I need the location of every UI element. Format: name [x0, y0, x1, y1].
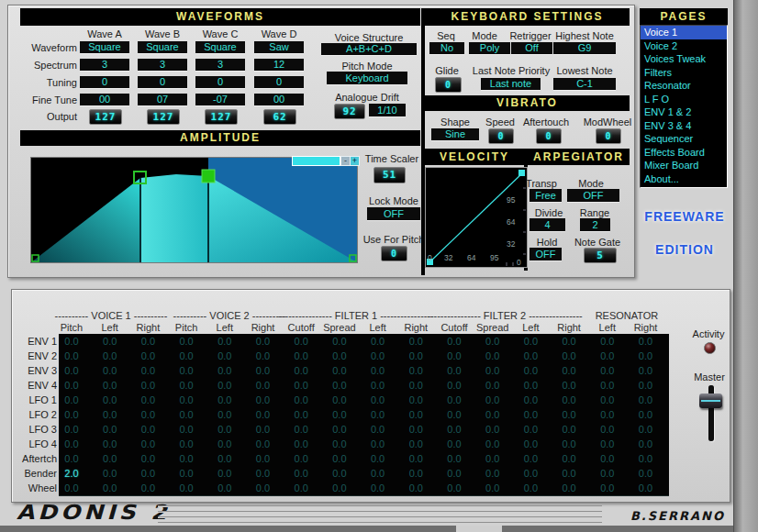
- wave-b-spectrum-select[interactable]: 3: [138, 59, 187, 71]
- analogue-drift-led[interactable]: 92: [334, 104, 365, 119]
- matrix-cell-env-1-c9[interactable]: 0.0: [396, 334, 435, 349]
- matrix-cell-env-1-c3[interactable]: 0.0: [167, 334, 206, 349]
- matrix-cell-lfo-4-c10[interactable]: 0.0: [435, 437, 474, 451]
- lowest-note-select[interactable]: C-1: [553, 78, 616, 90]
- matrix-cell-aftertch-c13[interactable]: 0.0: [550, 451, 588, 466]
- matrix-cell-lfo-3-c14[interactable]: 0.0: [588, 422, 627, 437]
- matrix-cell-lfo-1-c3[interactable]: 0.0: [167, 393, 206, 407]
- wave-a-output-led[interactable]: 127: [89, 109, 122, 125]
- use-for-pitch-toggle[interactable]: 0: [381, 246, 407, 261]
- page-item-mixer-board[interactable]: Mixer Board: [641, 159, 727, 172]
- matrix-cell-lfo-1-c13[interactable]: 0.0: [550, 393, 588, 407]
- matrix-cell-lfo-2-c3[interactable]: 0.0: [167, 407, 206, 422]
- matrix-cell-lfo-2-c13[interactable]: 0.0: [550, 407, 588, 422]
- divide-select[interactable]: 4: [529, 218, 565, 231]
- matrix-cell-lfo-3-c15[interactable]: 0.0: [627, 422, 665, 437]
- wave-b-fine-tune-select[interactable]: 07: [138, 94, 187, 105]
- matrix-cell-env-3-c12[interactable]: 0.0: [511, 363, 550, 378]
- matrix-cell-bender-c14[interactable]: 0.0: [588, 466, 627, 481]
- matrix-cell-lfo-3-c5[interactable]: 0.0: [244, 422, 283, 437]
- matrix-cell-wheel-c7[interactable]: 0.0: [320, 481, 359, 495]
- matrix-cell-env-3-c3[interactable]: 0.0: [167, 363, 206, 378]
- matrix-cell-aftertch-c4[interactable]: 0.0: [206, 451, 244, 466]
- matrix-cell-lfo-2-c1[interactable]: 0.0: [91, 407, 129, 422]
- matrix-cell-bender-c2[interactable]: 0.0: [128, 466, 167, 481]
- glide-toggle[interactable]: 0: [435, 77, 462, 93]
- matrix-cell-env-2-c14[interactable]: 0.0: [588, 349, 627, 363]
- matrix-cell-lfo-3-c6[interactable]: 0.0: [282, 422, 320, 437]
- matrix-cell-env-4-c2[interactable]: 0.0: [128, 378, 167, 393]
- amplitude-envelope-display[interactable]: [30, 157, 358, 263]
- matrix-cell-wheel-c1[interactable]: 0.0: [91, 481, 129, 495]
- matrix-cell-env-3-c9[interactable]: 0.0: [396, 363, 435, 378]
- matrix-cell-lfo-1-c14[interactable]: 0.0: [588, 393, 627, 407]
- matrix-cell-env-3-c4[interactable]: 0.0: [206, 363, 244, 378]
- matrix-cell-lfo-4-c0[interactable]: 0.0: [52, 437, 91, 451]
- matrix-cell-aftertch-c11[interactable]: 0.0: [474, 451, 512, 466]
- matrix-cell-env-4-c8[interactable]: 0.0: [359, 378, 397, 393]
- matrix-cell-env-4-c0[interactable]: 0.0: [52, 378, 91, 393]
- matrix-cell-env-3-c13[interactable]: 0.0: [550, 363, 588, 378]
- matrix-cell-lfo-1-c12[interactable]: 0.0: [511, 393, 550, 407]
- matrix-cell-lfo-3-c1[interactable]: 0.0: [91, 422, 129, 437]
- matrix-cell-env-4-c5[interactable]: 0.0: [244, 378, 283, 393]
- matrix-cell-env-1-c5[interactable]: 0.0: [244, 334, 283, 349]
- matrix-cell-lfo-4-c1[interactable]: 0.0: [91, 437, 129, 451]
- vibrato-shape-select[interactable]: Sine: [431, 128, 479, 140]
- matrix-cell-env-2-c9[interactable]: 0.0: [396, 349, 435, 363]
- matrix-cell-bender-c9[interactable]: 0.0: [396, 466, 435, 481]
- wave-a-waveform-select[interactable]: Square: [80, 41, 129, 53]
- matrix-cell-env-1-c12[interactable]: 0.0: [511, 334, 550, 349]
- matrix-cell-lfo-1-c6[interactable]: 0.0: [282, 393, 320, 407]
- matrix-cell-lfo-4-c11[interactable]: 0.0: [474, 437, 512, 451]
- matrix-cell-env-1-c2[interactable]: 0.0: [128, 334, 167, 349]
- matrix-cell-bender-c7[interactable]: 0.0: [320, 466, 359, 481]
- matrix-cell-env-4-c4[interactable]: 0.0: [206, 378, 244, 393]
- envelope-zoom-scrollbar[interactable]: [292, 156, 340, 166]
- wave-d-waveform-select[interactable]: Saw: [254, 41, 304, 53]
- matrix-cell-aftertch-c9[interactable]: 0.0: [396, 451, 435, 466]
- matrix-cell-env-4-c1[interactable]: 0.0: [91, 378, 129, 393]
- matrix-cell-env-1-c10[interactable]: 0.0: [435, 334, 474, 349]
- hold-select[interactable]: OFF: [529, 248, 562, 260]
- matrix-cell-lfo-2-c0[interactable]: 0.0: [52, 407, 91, 422]
- matrix-cell-aftertch-c12[interactable]: 0.0: [511, 451, 550, 466]
- matrix-cell-env-2-c12[interactable]: 0.0: [511, 349, 550, 363]
- matrix-cell-lfo-3-c12[interactable]: 0.0: [511, 422, 550, 437]
- matrix-cell-wheel-c15[interactable]: 0.0: [627, 481, 665, 495]
- matrix-cell-wheel-c3[interactable]: 0.0: [167, 481, 206, 495]
- wave-b-output-led[interactable]: 127: [147, 109, 180, 125]
- matrix-cell-bender-c15[interactable]: 0.0: [627, 466, 665, 481]
- matrix-cell-wheel-c5[interactable]: 0.0: [244, 481, 283, 495]
- wave-a-tuning-select[interactable]: 0: [80, 76, 129, 88]
- matrix-cell-wheel-c9[interactable]: 0.0: [396, 481, 435, 495]
- matrix-cell-lfo-2-c14[interactable]: 0.0: [588, 407, 627, 422]
- matrix-cell-env-1-c15[interactable]: 0.0: [627, 334, 665, 349]
- matrix-cell-lfo-1-c15[interactable]: 0.0: [627, 393, 665, 407]
- matrix-cell-lfo-2-c2[interactable]: 0.0: [128, 407, 167, 422]
- matrix-cell-env-4-c9[interactable]: 0.0: [396, 378, 435, 393]
- matrix-cell-bender-c6[interactable]: 0.0: [282, 466, 320, 481]
- matrix-cell-env-2-c7[interactable]: 0.0: [320, 349, 359, 363]
- matrix-cell-lfo-3-c3[interactable]: 0.0: [167, 422, 206, 437]
- matrix-cell-lfo-3-c11[interactable]: 0.0: [474, 422, 512, 437]
- wave-c-fine-tune-select[interactable]: -07: [195, 94, 245, 105]
- matrix-cell-lfo-4-c3[interactable]: 0.0: [167, 437, 206, 451]
- matrix-cell-bender-c11[interactable]: 0.0: [474, 466, 512, 481]
- matrix-cell-lfo-2-c9[interactable]: 0.0: [396, 407, 435, 422]
- time-scaler-led[interactable]: 51: [373, 167, 406, 183]
- page-item-voice-2[interactable]: Voice 2: [641, 39, 727, 53]
- matrix-cell-lfo-1-c7[interactable]: 0.0: [320, 393, 359, 407]
- matrix-cell-env-2-c2[interactable]: 0.0: [128, 349, 167, 363]
- matrix-cell-aftertch-c8[interactable]: 0.0: [359, 451, 397, 466]
- matrix-cell-lfo-3-c4[interactable]: 0.0: [206, 422, 244, 437]
- matrix-cell-bender-c10[interactable]: 0.0: [435, 466, 474, 481]
- matrix-cell-env-2-c6[interactable]: 0.0: [282, 349, 320, 363]
- page-item-effects-board[interactable]: Effects Board: [641, 146, 727, 160]
- matrix-cell-aftertch-c14[interactable]: 0.0: [588, 451, 627, 466]
- matrix-cell-lfo-2-c11[interactable]: 0.0: [474, 407, 512, 422]
- lock-mode-select[interactable]: OFF: [367, 207, 420, 220]
- matrix-cell-lfo-1-c0[interactable]: 0.0: [52, 393, 91, 407]
- matrix-cell-env-2-c5[interactable]: 0.0: [244, 349, 283, 363]
- matrix-cell-lfo-2-c5[interactable]: 0.0: [244, 407, 283, 422]
